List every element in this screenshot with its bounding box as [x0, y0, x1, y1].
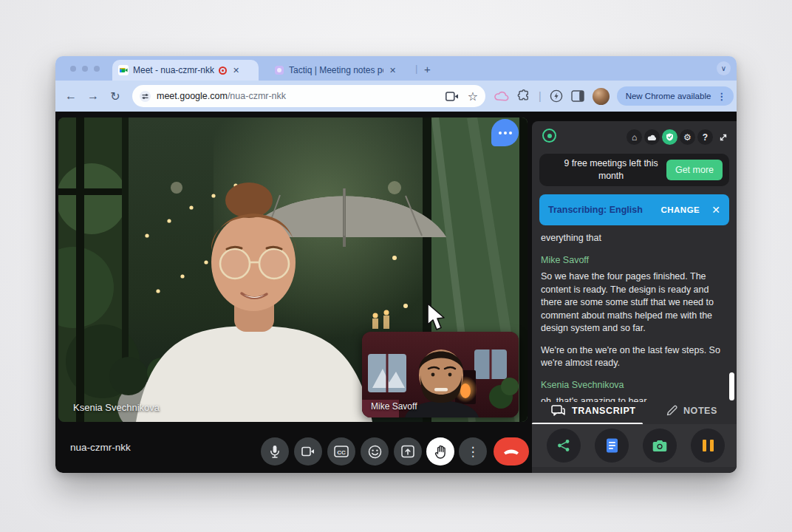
tab-close-icon[interactable]: ✕ [231, 65, 241, 76]
videocam-icon [301, 446, 315, 457]
transcribe-close-icon[interactable]: ✕ [711, 204, 720, 216]
recording-indicator-icon [219, 66, 227, 75]
privacy-shield-button[interactable] [662, 129, 677, 145]
tab-transcript[interactable]: TRANSCRIPT [551, 405, 636, 417]
captions-button[interactable]: CC [327, 437, 355, 466]
share-button[interactable] [547, 429, 581, 463]
camera-button[interactable] [294, 437, 322, 466]
pip-video-tile[interactable]: Mike Savoff [362, 332, 519, 417]
mic-button[interactable] [261, 437, 289, 466]
chat-bubbles-icon [551, 405, 565, 417]
transcript-entry: oh, that's amazing to hear [541, 395, 727, 402]
help-button[interactable]: ? [697, 129, 713, 145]
tab-tactiq[interactable]: Tactiq | Meeting notes power ✕ [268, 60, 413, 81]
pause-recording-button[interactable] [691, 429, 725, 463]
tab-strip: Meet - nua-czmr-nkk ✕ Tactiq | Meeting n… [55, 56, 737, 81]
transcript-entry: We're on the we're on the last few steps… [541, 344, 727, 370]
profile-avatar[interactable] [593, 88, 610, 105]
battery-saver-icon[interactable] [550, 89, 563, 103]
captions-icon: CC [334, 446, 349, 457]
transcript-scrollbar[interactable] [729, 372, 734, 400]
tab-media-camera-icon[interactable] [446, 92, 459, 101]
banner-text: 9 free meetings left this month [556, 157, 666, 182]
main-video-tile: Ksenia Svechnikova [58, 117, 528, 422]
reactions-button[interactable] [361, 437, 389, 466]
change-language-button[interactable]: CHANGE [660, 205, 700, 214]
hand-icon [434, 445, 447, 459]
tab-title: Tactiq | Meeting notes power [289, 65, 383, 75]
tab-notes-label: NOTES [683, 406, 717, 416]
forward-button[interactable]: → [82, 89, 104, 103]
tab-notes[interactable]: NOTES [666, 405, 717, 416]
meet-page: Ksenia Svechnikova [55, 112, 737, 473]
settings-button[interactable]: ⚙ [680, 129, 695, 145]
browser-toolbar: ← → ↻ meet.google.com/nua-czmr-nkk [55, 81, 737, 112]
more-options-button[interactable]: ⋮ [459, 437, 487, 466]
camera-capture-icon [652, 440, 667, 452]
transcript-speaker: Mike Savoff [541, 254, 727, 267]
site-settings-icon[interactable] [140, 91, 151, 102]
extensions-puzzle-icon[interactable] [517, 89, 530, 103]
transcript-entry: everything that [541, 232, 727, 245]
pencil-icon [666, 405, 677, 416]
sidebar-action-bar [532, 424, 737, 467]
screenshot-button[interactable] [643, 429, 677, 463]
browser-menu-icon[interactable]: ⋮ [717, 91, 726, 102]
chat-dots-icon[interactable] [491, 119, 519, 146]
toolbar-separator: | [539, 90, 542, 102]
pause-icon [703, 440, 714, 451]
sidebar-tabs: TRANSCRIPT NOTES [532, 403, 737, 423]
meet-favicon [118, 65, 129, 75]
browser-window: Meet - nua-czmr-nkk ✕ Tactiq | Meeting n… [55, 56, 737, 473]
url-bar[interactable]: meet.google.com/nua-czmr-nkk ☆ [132, 85, 485, 107]
free-meetings-banner: 9 free meetings left this month Get more [539, 154, 729, 186]
cloud-upload-button[interactable] [644, 129, 660, 145]
mouse-cursor [426, 302, 446, 332]
pip-name-label: Mike Savoff [371, 401, 417, 412]
expand-diagonal-icon [719, 133, 728, 142]
tab-separator: | [415, 63, 417, 74]
weather-extension-icon[interactable] [494, 90, 509, 102]
mic-icon [268, 445, 281, 458]
back-button[interactable]: ← [60, 89, 82, 103]
present-screen-icon [401, 445, 414, 458]
tab-title: Meet - nua-czmr-nkk [133, 65, 214, 75]
tab-search-chevron-icon[interactable]: ∨ [717, 61, 731, 75]
share-icon [557, 439, 570, 452]
more-vert-icon: ⋮ [467, 444, 479, 460]
raise-hand-button[interactable] [426, 437, 454, 466]
home-button[interactable]: ⌂ [627, 129, 642, 145]
chrome-update-button[interactable]: New Chrome available ⋮ [617, 86, 734, 106]
emoji-icon [368, 445, 382, 459]
window-zoom-button[interactable] [94, 66, 100, 72]
tab-transcript-label: TRANSCRIPT [572, 406, 636, 416]
get-more-button[interactable]: Get more [666, 160, 723, 180]
meeting-code-label: nua-czmr-nkk [70, 442, 131, 453]
transcript-speaker: Ksenia Svechnikova [541, 379, 727, 392]
side-panel-icon[interactable] [571, 90, 584, 102]
tab-meet[interactable]: Meet - nua-czmr-nkk ✕ [112, 60, 259, 81]
url-text: meet.google.com/nua-czmr-nkk [157, 91, 286, 101]
transcript-list[interactable]: everything that Mike Savoff So we have t… [541, 232, 727, 402]
cloud-icon [647, 134, 657, 141]
bookmark-star-icon[interactable]: ☆ [468, 89, 478, 103]
present-button[interactable] [394, 437, 422, 466]
google-docs-button[interactable] [595, 429, 629, 463]
end-call-button[interactable] [494, 437, 529, 466]
transcribing-banner: Transcribing: English CHANGE ✕ [539, 194, 729, 225]
expand-button[interactable] [715, 129, 731, 145]
docs-icon [606, 438, 618, 453]
window-close-button[interactable] [70, 66, 76, 72]
window-minimize-button[interactable] [82, 66, 88, 72]
shield-check-icon [666, 133, 674, 141]
new-tab-button[interactable]: + [424, 63, 431, 75]
transcript-entry: So we have the four pages finished. The … [541, 270, 727, 335]
participant-name-label: Ksenia Svechnikova [73, 402, 160, 413]
desktop: Meet - nua-czmr-nkk ✕ Tactiq | Meeting n… [0, 0, 792, 532]
reload-button[interactable]: ↻ [104, 89, 126, 103]
tab-close-icon[interactable]: ✕ [388, 65, 397, 76]
tactiq-sidebar: ⌂ ⚙ ? [532, 121, 737, 473]
call-end-icon [503, 448, 519, 455]
tactiq-status-icon [542, 129, 556, 143]
transcribing-label: Transcribing: English [548, 205, 643, 215]
